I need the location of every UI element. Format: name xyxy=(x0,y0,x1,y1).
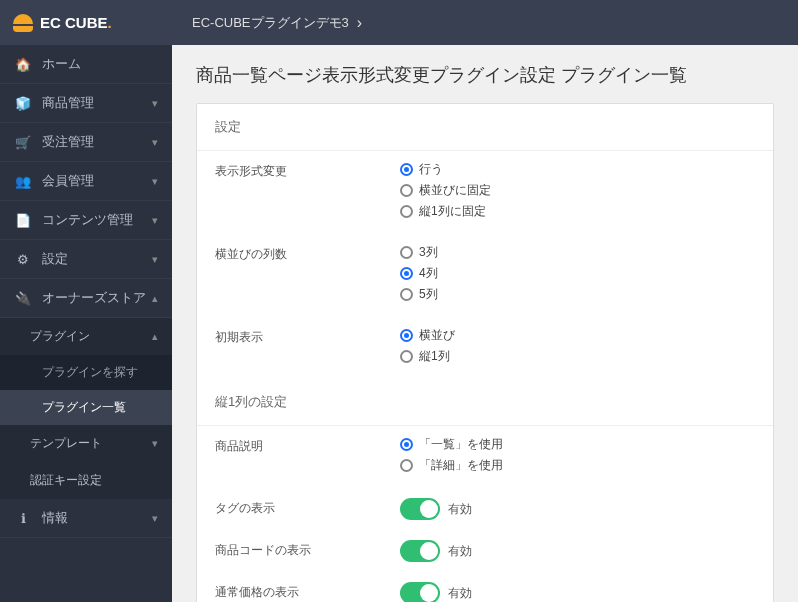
row-initial: 初期表示 横並び 縦1列 xyxy=(197,317,773,379)
radio-icon xyxy=(400,288,413,301)
logo[interactable]: EC CUBE. xyxy=(0,0,172,45)
radio-option[interactable]: 縦1列に固定 xyxy=(400,203,755,220)
info-icon: ℹ xyxy=(14,511,32,526)
sidebar-item-orders[interactable]: 🛒受注管理▾ xyxy=(0,123,172,162)
radio-label: 横並び xyxy=(419,327,455,344)
sidebar-sub-label: テンプレート xyxy=(30,435,102,452)
chevron-down-icon: ▾ xyxy=(152,214,158,227)
radio-label: 行う xyxy=(419,161,443,178)
sidebar-item-label: 設定 xyxy=(42,250,68,268)
radio-icon xyxy=(400,459,413,472)
toggle-switch[interactable] xyxy=(400,498,440,520)
sidebar-item-label: 会員管理 xyxy=(42,172,94,190)
sidebar-item-label: ホーム xyxy=(42,55,81,73)
home-icon: 🏠 xyxy=(14,57,32,72)
breadcrumb[interactable]: EC-CUBEプラグインデモ3 › xyxy=(172,14,362,32)
chevron-down-icon: ▾ xyxy=(152,437,158,450)
radio-label: 4列 xyxy=(419,265,438,282)
sidebar-sub2-find-plugin[interactable]: プラグインを探す xyxy=(0,355,172,390)
radio-label: 縦1列 xyxy=(419,348,450,365)
row-label: 商品説明 xyxy=(215,436,400,455)
sidebar-item-products[interactable]: 🧊商品管理▾ xyxy=(0,84,172,123)
radio-option[interactable]: 「詳細」を使用 xyxy=(400,457,755,474)
row-display-change: 表示形式変更 行う 横並びに固定 縦1列に固定 xyxy=(197,151,773,234)
toggle-switch[interactable] xyxy=(400,582,440,602)
chevron-down-icon: ▾ xyxy=(152,253,158,266)
chevron-down-icon: ▾ xyxy=(152,175,158,188)
toggle-label: 有効 xyxy=(448,586,472,600)
section-heading: 設定 xyxy=(197,104,773,151)
row-tag: タグの表示 有効 xyxy=(197,488,773,530)
sidebar-item-contents[interactable]: 📄コンテンツ管理▾ xyxy=(0,201,172,240)
sidebar-item-home[interactable]: 🏠ホーム xyxy=(0,45,172,84)
radio-option[interactable]: 行う xyxy=(400,161,755,178)
header: EC CUBE. EC-CUBEプラグインデモ3 › xyxy=(0,0,798,45)
radio-icon xyxy=(400,329,413,342)
row-label: 商品コードの表示 xyxy=(215,540,400,559)
sidebar-item-settings[interactable]: ⚙設定▾ xyxy=(0,240,172,279)
sidebar-sub2-plugin-list[interactable]: プラグイン一覧 xyxy=(0,390,172,425)
sidebar-sub-auth[interactable]: 認証キー設定 xyxy=(0,462,172,499)
radio-icon xyxy=(400,350,413,363)
radio-icon xyxy=(400,205,413,218)
sidebar-item-label: オーナーズストア xyxy=(42,289,146,307)
sidebar-sub-label: 認証キー設定 xyxy=(30,472,102,489)
chevron-up-icon: ▴ xyxy=(152,292,158,305)
main-content: 商品一覧ページ表示形式変更プラグイン設定 プラグイン一覧 設定 表示形式変更 行… xyxy=(172,45,798,602)
row-label: タグの表示 xyxy=(215,498,400,517)
sidebar-sub-label: プラグイン xyxy=(30,328,90,345)
radio-label: 横並びに固定 xyxy=(419,182,491,199)
toggle-switch[interactable] xyxy=(400,540,440,562)
chevron-up-icon: ▴ xyxy=(152,330,158,343)
cart-icon: 🛒 xyxy=(14,135,32,150)
file-icon: 📄 xyxy=(14,213,32,228)
row-code: 商品コードの表示 有効 xyxy=(197,530,773,572)
sidebar-item-label: コンテンツ管理 xyxy=(42,211,133,229)
logo-icon xyxy=(12,14,34,32)
chevron-down-icon: ▾ xyxy=(152,97,158,110)
row-label: 通常価格の表示 xyxy=(215,582,400,601)
chevron-down-icon: ▾ xyxy=(152,512,158,525)
radio-icon xyxy=(400,163,413,176)
row-columns: 横並びの列数 3列 4列 5列 xyxy=(197,234,773,317)
radio-label: 3列 xyxy=(419,244,438,261)
radio-label: 縦1列に固定 xyxy=(419,203,486,220)
breadcrumb-text: EC-CUBEプラグインデモ3 xyxy=(192,14,349,32)
chevron-right-icon: › xyxy=(357,14,362,32)
sidebar: 🏠ホーム 🧊商品管理▾ 🛒受注管理▾ 👥会員管理▾ 📄コンテンツ管理▾ ⚙設定▾… xyxy=(0,45,172,602)
settings-panel: 設定 表示形式変更 行う 横並びに固定 縦1列に固定 横並びの列数 3列 4列 … xyxy=(196,103,774,602)
radio-option[interactable]: 「一覧」を使用 xyxy=(400,436,755,453)
cube-icon: 🧊 xyxy=(14,96,32,111)
radio-option[interactable]: 横並びに固定 xyxy=(400,182,755,199)
row-price: 通常価格の表示 有効 xyxy=(197,572,773,602)
radio-option[interactable]: 縦1列 xyxy=(400,348,755,365)
row-label: 初期表示 xyxy=(215,327,400,346)
radio-label: 「一覧」を使用 xyxy=(419,436,503,453)
row-label: 表示形式変更 xyxy=(215,161,400,180)
radio-icon xyxy=(400,184,413,197)
sidebar-sub-plugin[interactable]: プラグイン▴ xyxy=(0,318,172,355)
sidebar-item-label: 商品管理 xyxy=(42,94,94,112)
section-heading: 縦1列の設定 xyxy=(197,379,773,426)
radio-option[interactable]: 横並び xyxy=(400,327,755,344)
users-icon: 👥 xyxy=(14,174,32,189)
sidebar-item-label: 受注管理 xyxy=(42,133,94,151)
logo-text: EC CUBE xyxy=(40,14,108,31)
row-description: 商品説明 「一覧」を使用 「詳細」を使用 xyxy=(197,426,773,488)
toggle-label: 有効 xyxy=(448,502,472,516)
radio-label: 5列 xyxy=(419,286,438,303)
radio-label: 「詳細」を使用 xyxy=(419,457,503,474)
page-title: 商品一覧ページ表示形式変更プラグイン設定 プラグイン一覧 xyxy=(196,63,774,87)
sidebar-item-info[interactable]: ℹ情報▾ xyxy=(0,499,172,538)
radio-option[interactable]: 3列 xyxy=(400,244,755,261)
sidebar-sub-template[interactable]: テンプレート▾ xyxy=(0,425,172,462)
row-label: 横並びの列数 xyxy=(215,244,400,263)
chevron-down-icon: ▾ xyxy=(152,136,158,149)
radio-option[interactable]: 4列 xyxy=(400,265,755,282)
radio-icon xyxy=(400,438,413,451)
radio-option[interactable]: 5列 xyxy=(400,286,755,303)
sidebar-item-label: 情報 xyxy=(42,509,68,527)
sidebar-item-owners-store[interactable]: 🔌オーナーズストア▴ xyxy=(0,279,172,318)
plug-icon: 🔌 xyxy=(14,291,32,306)
sidebar-item-members[interactable]: 👥会員管理▾ xyxy=(0,162,172,201)
